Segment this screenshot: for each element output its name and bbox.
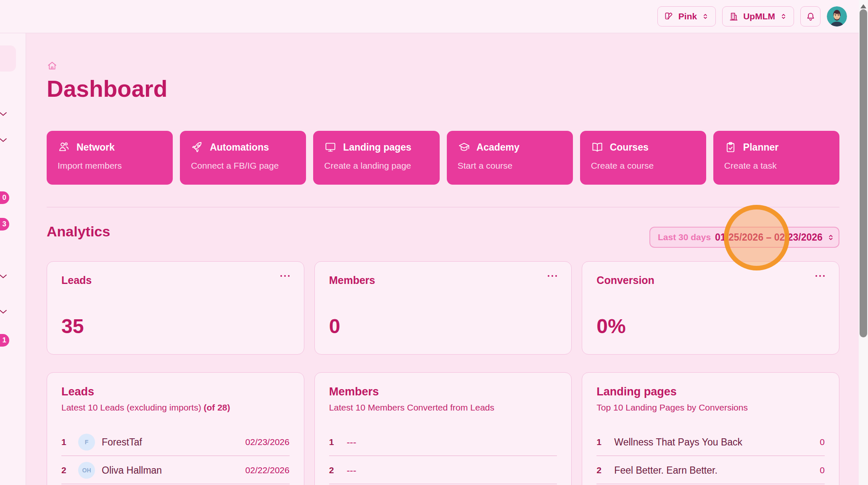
bell-icon xyxy=(805,11,816,22)
chevron-down-icon[interactable] xyxy=(0,111,7,117)
row-number: 1 xyxy=(329,437,340,447)
main-content: Dashboard Network Import members xyxy=(26,33,859,485)
home-breadcrumb[interactable] xyxy=(47,60,58,71)
badge-count: 3 xyxy=(3,220,6,228)
row-number: 2 xyxy=(329,465,340,475)
list-cards: Leads Latest 10 Leads (excluding imports… xyxy=(47,372,839,485)
chevron-down-icon[interactable] xyxy=(0,138,7,143)
quick-card-planner[interactable]: Planner Create a task xyxy=(713,131,839,185)
quick-card-automations[interactable]: Automations Connect a FB/IG page xyxy=(180,131,306,185)
list-card-subtitle: Top 10 Landing Pages by Conversions xyxy=(596,403,825,413)
table-row[interactable]: 1 --- xyxy=(329,431,557,453)
row-number: 2 xyxy=(61,465,72,475)
badge-count: 1 xyxy=(3,336,6,345)
date-range-value: 01/25/2026 – 02/23/2026 xyxy=(715,232,823,243)
table-row[interactable]: 2 OH Oliva Hallman 02/22/2026 xyxy=(61,459,290,481)
stat-card-members: Members 0 xyxy=(314,261,572,355)
more-options-button[interactable] xyxy=(280,274,290,278)
lead-name: ForestTaf xyxy=(102,437,142,448)
stat-card-value: 35 xyxy=(61,315,84,338)
row-number: 1 xyxy=(61,437,72,447)
quick-card-courses[interactable]: Courses Create a course xyxy=(580,131,706,185)
organization-select[interactable]: UpMLM xyxy=(722,6,794,27)
chevron-down-icon[interactable] xyxy=(0,274,7,279)
quick-card-academy[interactable]: Academy Start a course xyxy=(447,131,573,185)
landing-page-name: Wellness That Pays You Back xyxy=(614,437,742,448)
section-divider xyxy=(47,207,839,207)
stat-card-value: 0 xyxy=(329,315,340,338)
analytics-title: Analytics xyxy=(47,223,110,240)
table-row[interactable]: 1 Wellness That Pays You Back 0 xyxy=(596,431,825,453)
quick-card-title: Planner xyxy=(743,142,778,153)
organization-select-label: UpMLM xyxy=(743,11,775,21)
home-icon xyxy=(47,60,58,71)
academic-cap-icon xyxy=(458,141,470,154)
sidebar-count-badge[interactable]: 3 xyxy=(0,218,9,231)
building-icon xyxy=(729,12,739,21)
list-card-title: Members xyxy=(329,385,557,398)
sidebar-active-item[interactable] xyxy=(0,45,16,72)
row-divider xyxy=(329,484,557,484)
user-avatar[interactable] xyxy=(827,6,847,27)
avatar: OH xyxy=(78,462,95,479)
scrollbar-thumb[interactable] xyxy=(860,9,867,337)
sidebar-count-badge[interactable]: 0 xyxy=(0,191,9,204)
list-card-subtitle: Latest 10 Members Converted from Leads xyxy=(329,403,557,413)
member-rows: 1 --- 2 --- xyxy=(329,431,557,484)
row-divider xyxy=(596,484,825,484)
sidebar-count-badge[interactable]: 1 xyxy=(0,334,9,347)
subtitle-bold-text: (of 28) xyxy=(204,403,230,412)
subtitle-text: Top 10 Landing Pages by Conversions xyxy=(596,403,748,412)
chevron-updown-icon xyxy=(827,233,835,241)
sidebar: 0 3 1 xyxy=(0,33,26,485)
landing-page-rows: 1 Wellness That Pays You Back 0 2 Feel B… xyxy=(596,431,825,484)
stat-card-title: Conversion xyxy=(596,274,825,286)
quick-actions: Network Import members Automations Conne… xyxy=(47,131,839,185)
scrollbar-up-arrow-icon[interactable] xyxy=(860,1,866,8)
row-divider xyxy=(329,456,557,456)
vertical-scrollbar[interactable] xyxy=(859,0,868,485)
quick-card-subtitle: Connect a FB/IG page xyxy=(191,161,295,171)
stat-card-title: Members xyxy=(329,274,557,286)
subtitle-text: Latest 10 Members Converted from Leads xyxy=(329,403,494,412)
quick-card-landing-pages[interactable]: Landing pages Create a landing page xyxy=(313,131,439,185)
row-number: 1 xyxy=(596,437,607,447)
theme-select[interactable]: Pink xyxy=(657,6,716,27)
more-options-button[interactable] xyxy=(815,274,826,278)
monitor-icon xyxy=(324,141,337,154)
date-range-preset: Last 30 days xyxy=(658,232,711,242)
quick-card-subtitle: Create a task xyxy=(724,161,828,171)
stat-card-title: Leads xyxy=(61,274,290,286)
list-card-leads: Leads Latest 10 Leads (excluding imports… xyxy=(47,372,304,485)
chevron-down-icon[interactable] xyxy=(0,309,7,314)
stat-cards: Leads 35 Members 0 Conversion 0% xyxy=(47,261,839,355)
lead-rows: 1 F ForestTaf 02/23/2026 2 OH Oliva Hall… xyxy=(61,431,290,484)
avatar: F xyxy=(78,434,95,451)
rocket-icon xyxy=(191,141,203,154)
table-row[interactable]: 2 --- xyxy=(329,459,557,481)
notifications-button[interactable] xyxy=(800,6,821,27)
row-number: 2 xyxy=(596,465,607,475)
landing-page-name: Feel Better. Earn Better. xyxy=(614,465,717,476)
clipboard-check-icon xyxy=(724,141,737,154)
lead-name: Oliva Hallman xyxy=(102,465,162,476)
quick-card-title: Courses xyxy=(610,142,649,153)
chevron-updown-icon xyxy=(780,13,787,20)
more-options-button[interactable] xyxy=(547,274,558,278)
table-row[interactable]: 1 F ForestTaf 02/23/2026 xyxy=(61,431,290,453)
stat-card-leads: Leads 35 xyxy=(47,261,304,355)
conversion-count: 0 xyxy=(820,437,825,447)
stat-card-value: 0% xyxy=(596,315,625,338)
date-range-select[interactable]: Last 30 days 01/25/2026 – 02/23/2026 xyxy=(649,227,839,248)
quick-card-network[interactable]: Network Import members xyxy=(47,131,173,185)
quick-card-subtitle: Create a landing page xyxy=(324,161,428,171)
table-row[interactable]: 2 Feel Better. Earn Better. 0 xyxy=(596,459,825,481)
chevron-updown-icon xyxy=(702,13,709,20)
quick-card-title: Landing pages xyxy=(343,142,411,153)
list-card-title: Leads xyxy=(61,385,290,398)
row-divider xyxy=(596,456,825,456)
badge-count: 0 xyxy=(3,193,6,202)
page-title: Dashboard xyxy=(47,75,167,102)
theme-select-label: Pink xyxy=(678,11,697,21)
quick-card-subtitle: Import members xyxy=(58,161,162,171)
